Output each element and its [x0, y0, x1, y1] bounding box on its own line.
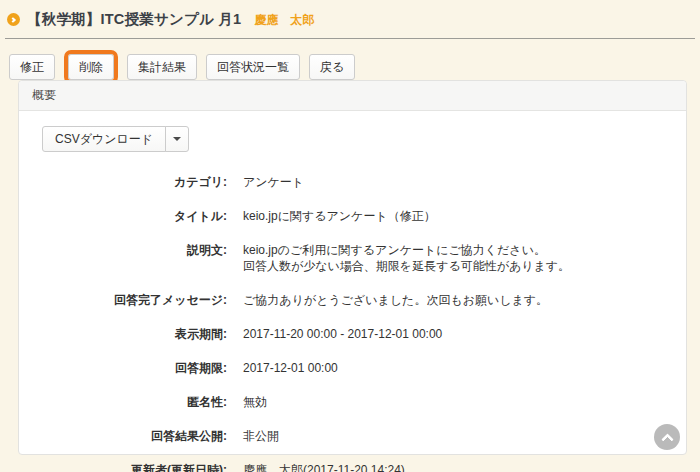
header-divider [5, 38, 695, 39]
field-value: ご協力ありがとうございました。次回もお願いします。 [243, 292, 548, 308]
field-value: 非公開 [243, 428, 279, 444]
page-title: 【秋学期】ITC授業サンプル 月1 [27, 10, 241, 29]
field-completion-message: 回答完了メッセージ: ご協力ありがとうございました。次回もお願いします。 [31, 292, 674, 308]
chevron-up-icon [661, 433, 674, 446]
back-button[interactable]: 戻る [309, 54, 355, 80]
survey-detail-page: 【秋学期】ITC授業サンプル 月1 慶應 太郎 修正 削除 集計結果 回答状況一… [0, 0, 700, 472]
toolbar: 修正 削除 集計結果 回答状況一覧 戻る [9, 52, 700, 82]
field-value: 慶應 太郎(2017-11-20 14:24) [243, 462, 405, 472]
overview-panel: 概要 CSVダウンロード カテゴリ: アンケート タイトル: keio.jpに関… [18, 80, 687, 455]
chevron-right-icon [7, 13, 20, 26]
csv-download-button[interactable]: CSVダウンロード [42, 126, 166, 152]
field-description: 説明文: keio.jpのご利用に関するアンケートにご協力ください。 回答人数が… [31, 242, 674, 274]
delete-button[interactable]: 削除 [68, 54, 114, 80]
field-label: 説明文: [31, 242, 243, 274]
field-category: カテゴリ: アンケート [31, 174, 674, 190]
overview-panel-body: CSVダウンロード カテゴリ: アンケート タイトル: keio.jpに関するア… [19, 111, 686, 472]
field-value: 無効 [243, 394, 267, 410]
field-value: 2017-12-01 00:00 [243, 360, 338, 376]
field-label: 回答結果公開: [31, 428, 243, 444]
field-anonymity: 匿名性: 無効 [31, 394, 674, 410]
csv-download-dropdown-toggle[interactable] [165, 126, 189, 152]
field-response-deadline: 回答期限: 2017-12-01 00:00 [31, 360, 674, 376]
caret-down-icon [173, 137, 181, 141]
overview-panel-title: 概要 [19, 81, 686, 111]
response-status-list-button[interactable]: 回答状況一覧 [206, 54, 300, 80]
field-label: 匿名性: [31, 394, 243, 410]
field-result-publication: 回答結果公開: 非公開 [31, 428, 674, 444]
field-value: 2017-11-20 00:00 - 2017-12-01 00:00 [243, 326, 442, 342]
field-value: アンケート [243, 174, 304, 190]
edit-button[interactable]: 修正 [9, 54, 55, 80]
aggregate-results-button[interactable]: 集計結果 [127, 54, 197, 80]
csv-download-button-group: CSVダウンロード [42, 126, 189, 152]
field-label: 回答期限: [31, 360, 243, 376]
page-header: 【秋学期】ITC授業サンプル 月1 慶應 太郎 [0, 0, 700, 29]
field-label: 表示期間: [31, 326, 243, 342]
field-label: 回答完了メッセージ: [31, 292, 243, 308]
field-list: カテゴリ: アンケート タイトル: keio.jpに関するアンケート（修正） 説… [31, 165, 674, 472]
field-value: keio.jpに関するアンケート（修正） [243, 208, 436, 224]
field-label: タイトル: [31, 208, 243, 224]
field-label: 更新者(更新日時): [31, 462, 243, 472]
field-display-period: 表示期間: 2017-11-20 00:00 - 2017-12-01 00:0… [31, 326, 674, 342]
scroll-to-top-button[interactable] [654, 424, 680, 450]
user-name: 慶應 太郎 [254, 10, 314, 29]
field-value: keio.jpのご利用に関するアンケートにご協力ください。 回答人数が少ない場合… [243, 242, 570, 274]
field-label: カテゴリ: [31, 174, 243, 190]
field-title: タイトル: keio.jpに関するアンケート（修正） [31, 208, 674, 224]
field-updater: 更新者(更新日時): 慶應 太郎(2017-11-20 14:24) [31, 462, 674, 472]
